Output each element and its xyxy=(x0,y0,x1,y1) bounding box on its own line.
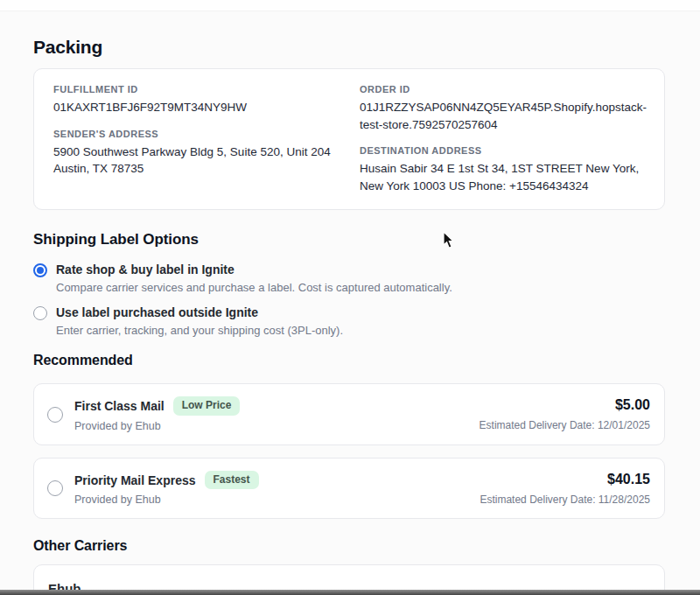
radio-outside-label[interactable] xyxy=(33,306,47,320)
option-rate-shop[interactable]: Rate shop & buy label in Ignite Compare … xyxy=(33,262,665,294)
window-top-strip xyxy=(0,0,700,11)
page-title: Packing xyxy=(33,37,665,58)
sender-address-label: SENDER'S ADDRESS xyxy=(53,129,342,139)
rate-name-row: First Class Mail Low Price xyxy=(74,396,240,416)
rate-delivery-date: Estimated Delivery Date: 12/01/2025 xyxy=(480,419,650,431)
other-carriers-heading: Other Carriers xyxy=(33,538,665,554)
option-rate-shop-text: Rate shop & buy label in Ignite Compare … xyxy=(56,262,452,294)
rate-price: $5.00 xyxy=(480,397,650,413)
radio-rate-shop[interactable] xyxy=(33,263,47,277)
radio-priority-mail-express[interactable] xyxy=(47,480,63,496)
destination-address-label: DESTINATION ADDRESS xyxy=(360,145,652,156)
fulfillment-id-label: FULFILLMENT ID xyxy=(53,84,342,94)
rate-badge: Low Price xyxy=(173,396,241,416)
fulfillment-id-value: 01KAXRT1BFJ6F92T9MT34NY9HW xyxy=(53,99,342,116)
order-id-value: 01J1RZZYSAP06NN4ZQ5EYAR45P.Shopify.hopst… xyxy=(360,99,652,133)
option-rate-shop-description: Compare carrier services and purchase a … xyxy=(56,281,452,294)
destination-address-value: Husain Sabir 34 E 1st St 34, 1ST STREET … xyxy=(360,160,652,194)
rate-right: $5.00 Estimated Delivery Date: 12/01/202… xyxy=(480,397,650,431)
shipment-info-right-column: ORDER ID 01J1RZZYSAP06NN4ZQ5EYAR45P.Shop… xyxy=(360,84,652,194)
recommended-heading: Recommended xyxy=(33,353,665,368)
rate-price: $40.15 xyxy=(480,472,650,487)
option-outside-label-text: Use label purchased outside Ignite Enter… xyxy=(56,305,343,337)
rate-name-row: Priority Mail Express Fastest xyxy=(74,471,259,490)
rate-badge: Fastest xyxy=(205,471,259,490)
rate-left: Priority Mail Express Fastest Provided b… xyxy=(47,471,259,507)
sender-address-field: SENDER'S ADDRESS 5900 Southwest Parkway … xyxy=(53,129,342,178)
window-bottom-edge xyxy=(0,590,700,595)
rate-delivery-date: Estimated Delivery Date: 11/28/2025 xyxy=(480,494,650,506)
shipment-info-card: FULFILLMENT ID 01KAXRT1BFJ6F92T9MT34NY9H… xyxy=(33,68,665,210)
packing-page: Packing FULFILLMENT ID 01KAXRT1BFJ6F92T9… xyxy=(0,37,700,595)
option-outside-label-label[interactable]: Use label purchased outside Ignite xyxy=(56,305,343,319)
rate-provider: Provided by Ehub xyxy=(74,420,240,432)
sender-address-line1: 5900 Southwest Parkway Bldg 5, Suite 520… xyxy=(53,144,342,161)
option-rate-shop-label[interactable]: Rate shop & buy label in Ignite xyxy=(56,262,452,276)
rate-left: First Class Mail Low Price Provided by E… xyxy=(47,396,240,432)
rate-info: Priority Mail Express Fastest Provided b… xyxy=(74,471,259,507)
option-outside-label-description: Enter carrier, tracking, and your shippi… xyxy=(56,324,343,337)
rate-service-name: First Class Mail xyxy=(74,399,164,413)
rate-info: First Class Mail Low Price Provided by E… xyxy=(74,396,240,432)
order-id-label: ORDER ID xyxy=(360,84,652,94)
shipment-info-left-column: FULFILLMENT ID 01KAXRT1BFJ6F92T9MT34NY9H… xyxy=(53,84,342,194)
rate-card-priority-mail-express[interactable]: Priority Mail Express Fastest Provided b… xyxy=(33,458,665,520)
fulfillment-id-field: FULFILLMENT ID 01KAXRT1BFJ6F92T9MT34NY9H… xyxy=(53,84,342,116)
destination-address-field: DESTINATION ADDRESS Husain Sabir 34 E 1s… xyxy=(360,145,652,194)
rate-provider: Provided by Ehub xyxy=(74,494,259,506)
rate-service-name: Priority Mail Express xyxy=(74,473,196,487)
radio-first-class-mail[interactable] xyxy=(47,407,63,423)
sender-address-line2: Austin, TX 78735 xyxy=(53,160,342,178)
option-outside-label[interactable]: Use label purchased outside Ignite Enter… xyxy=(33,305,665,337)
shipping-label-options-heading: Shipping Label Options xyxy=(33,231,665,248)
rate-right: $40.15 Estimated Delivery Date: 11/28/20… xyxy=(480,472,650,506)
order-id-field: ORDER ID 01J1RZZYSAP06NN4ZQ5EYAR45P.Shop… xyxy=(360,84,652,133)
rate-card-first-class-mail[interactable]: First Class Mail Low Price Provided by E… xyxy=(33,383,665,445)
